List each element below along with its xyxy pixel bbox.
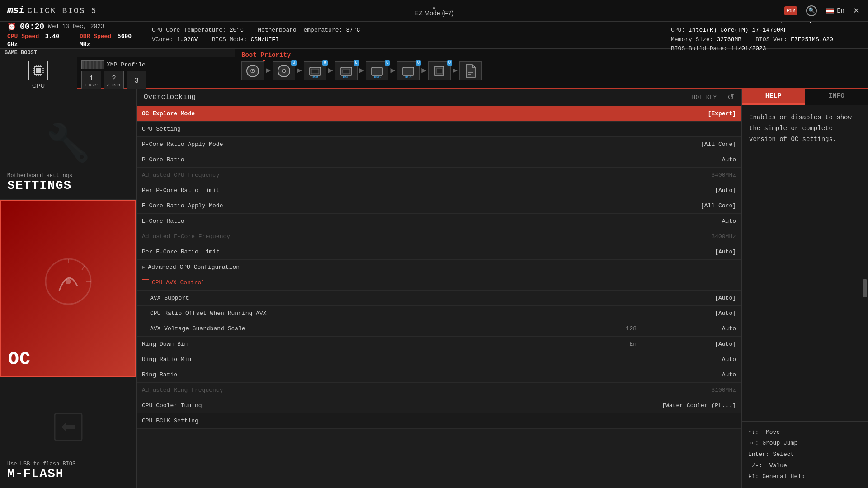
row-ring-down-bin[interactable]: Ring Down Bin En [Auto]: [137, 337, 741, 352]
sidebar-mflash-label: M-FLASH: [7, 467, 64, 481]
avx-voltage-extra: 128: [626, 325, 637, 332]
section-title: Overclocking: [144, 93, 196, 101]
screenshot-control[interactable]: F12: [784, 6, 797, 15]
device-icon-2: U: [273, 61, 295, 80]
back-button[interactable]: ↺: [727, 92, 734, 102]
device-badge-1: [263, 60, 265, 61]
row-ring-ratio-min[interactable]: Ring Ratio Min Auto: [137, 352, 741, 367]
pcore-ratio-value: Auto: [646, 156, 736, 163]
date-display: Wed 13 Dec, 2023: [48, 23, 104, 30]
boot-device-8[interactable]: [459, 61, 482, 80]
adj-ring-freq-name: Adjusted Ring Frequency: [142, 387, 646, 394]
row-avx-voltage[interactable]: AVX Voltage Guardband Scale 128 Auto: [137, 321, 741, 337]
svg-rect-20: [311, 69, 319, 74]
xmp-profile-2[interactable]: 2 2 user: [104, 71, 124, 91]
oc-explore-value: [Expert]: [646, 110, 736, 117]
xmp-profiles: 1 1 user 2 2 user 3: [81, 71, 146, 91]
device-badge-4: U: [354, 60, 359, 66]
boot-devices: ▶ U ▶ U: [241, 61, 862, 80]
svg-rect-23: [372, 67, 382, 75]
row-pcore-apply[interactable]: P-Core Ratio Apply Mode [All Core]: [137, 137, 741, 152]
row-cpu-ratio-offset[interactable]: CPU Ratio Offset When Running AVX [Auto]: [137, 306, 741, 321]
xmp-profile-1[interactable]: 1 1 user: [81, 71, 101, 91]
search-icon: 🔍: [806, 5, 817, 16]
mem-value: 32768MB: [717, 36, 741, 43]
sidebar-item-oc[interactable]: OC: [0, 200, 136, 377]
cpu-icon: [28, 61, 48, 80]
close-button[interactable]: ✕: [854, 6, 859, 15]
xmp-label: XMP Profile: [81, 60, 146, 69]
boot-device-7[interactable]: U: [428, 61, 451, 80]
device-badge-6: U: [416, 60, 421, 66]
per-pcore-name: Per P-Core Ratio Limit: [142, 187, 646, 194]
language-control[interactable]: En: [826, 7, 844, 14]
row-ring-ratio[interactable]: Ring Ratio Auto: [137, 367, 741, 383]
boot-device-5[interactable]: U USB: [366, 61, 388, 80]
row-ecore-ratio[interactable]: E-Core Ratio Auto: [137, 214, 741, 229]
pcore-ratio-name: P-Core Ratio: [142, 156, 646, 163]
row-pcore-ratio[interactable]: P-Core Ratio Auto: [137, 152, 741, 168]
right-panel: HELP INFO Enables or disables to show th…: [741, 89, 868, 488]
key-enter: Enter: Select: [748, 449, 862, 460]
boot-device-1[interactable]: [241, 61, 264, 80]
boot-arrow-3: ▶: [328, 65, 333, 75]
pcore-apply-value: [All Core]: [646, 141, 736, 148]
row-oc-explore[interactable]: OC Explore Mode [Expert]: [137, 106, 741, 122]
avx-voltage-name: AVX Voltage Guardband Scale: [150, 325, 626, 332]
device-badge-7: U: [447, 60, 452, 66]
oc-explore-name: OC Explore Mode: [142, 110, 646, 117]
ez-mode-button[interactable]: EZ Mode (F7): [409, 3, 459, 19]
row-adv-cpu-config[interactable]: ▶ Advanced CPU Configuration: [137, 260, 741, 275]
per-ecore-value: [Auto]: [646, 249, 736, 255]
sidebar-item-mflash[interactable]: Use USB to flash BIOS M-FLASH: [0, 377, 136, 488]
row-per-pcore[interactable]: Per P-Core Ratio Limit [Auto]: [137, 183, 741, 198]
center-content: Overclocking HOT KEY | ↺ OC Explore Mode…: [137, 89, 741, 488]
sidebar: 🔧 Motherboard settings SETTINGS OC: [0, 89, 137, 488]
tab-help[interactable]: HELP: [742, 89, 805, 105]
boot-device-3[interactable]: U USB: [304, 61, 326, 80]
ring-down-bin-name: Ring Down Bin: [142, 341, 629, 347]
language-label: En: [837, 7, 844, 14]
row-cpu-avx-control[interactable]: − CPU AVX Control: [137, 275, 741, 291]
boot-device-6[interactable]: U USB: [397, 61, 420, 80]
cpu-name-label: CPU:: [671, 27, 685, 33]
svg-point-30: [46, 259, 91, 304]
avx-control-name: CPU AVX Control: [152, 279, 646, 286]
cpu-boost-label: CPU: [32, 82, 45, 89]
ring-ratio-min-value: Auto: [646, 356, 736, 363]
key-move: ↑↓: Move: [748, 427, 862, 438]
key-group-jump: →←: Group Jump: [748, 438, 862, 449]
settings-bg-icon: 🔧: [46, 122, 91, 166]
boost-row: GAME BOOST: [0, 49, 868, 89]
sidebar-item-settings[interactable]: 🔧 Motherboard settings SETTINGS: [0, 89, 136, 200]
svg-rect-22: [343, 69, 350, 74]
key-help: F1: General Help: [748, 471, 862, 483]
boot-device-4[interactable]: U USB: [335, 61, 358, 80]
boot-device-2[interactable]: U: [273, 61, 295, 80]
f12-icon: F12: [784, 6, 797, 15]
cpu-boost-button[interactable]: CPU: [0, 57, 77, 94]
ecore-apply-name: E-Core Ratio Apply Mode: [142, 202, 646, 209]
bios-mode-value: CSM/UEFI: [250, 36, 278, 43]
separator: |: [720, 94, 724, 101]
xmp-profile-3[interactable]: 3: [127, 71, 146, 91]
row-avx-support[interactable]: AVX Support [Auto]: [137, 291, 741, 306]
ecore-ratio-value: Auto: [646, 218, 736, 225]
search-control[interactable]: 🔍: [806, 5, 817, 16]
device-icon-4: U USB: [335, 61, 358, 80]
row-ecore-apply[interactable]: E-Core Ratio Apply Mode [All Core]: [137, 198, 741, 214]
boot-priority-title: Boot Priority: [241, 52, 862, 59]
sidebar-settings-label: SETTINGS: [7, 179, 71, 193]
cpu-name-value: Intel(R) Core(TM) i7-14700KF: [689, 27, 787, 33]
svg-rect-26: [437, 68, 442, 74]
ring-ratio-min-name: Ring Ratio Min: [142, 356, 646, 363]
row-cpu-cooler[interactable]: CPU Cooler Tuning [Water Cooler (PL...]: [137, 398, 741, 413]
device-badge-5: U: [385, 60, 390, 66]
hotkey-section: HOT KEY | ↺: [692, 92, 734, 102]
cpu-ratio-offset-name: CPU Ratio Offset When Running AVX: [150, 310, 646, 317]
row-per-ecore[interactable]: Per E-Core Ratio Limit [Auto]: [137, 244, 741, 260]
boot-priority-section: Boot Priority ▶: [235, 49, 868, 88]
row-cpu-setting-header: CPU Setting: [137, 122, 741, 137]
tab-info[interactable]: INFO: [805, 89, 868, 105]
msi-logo: msi: [7, 5, 24, 16]
